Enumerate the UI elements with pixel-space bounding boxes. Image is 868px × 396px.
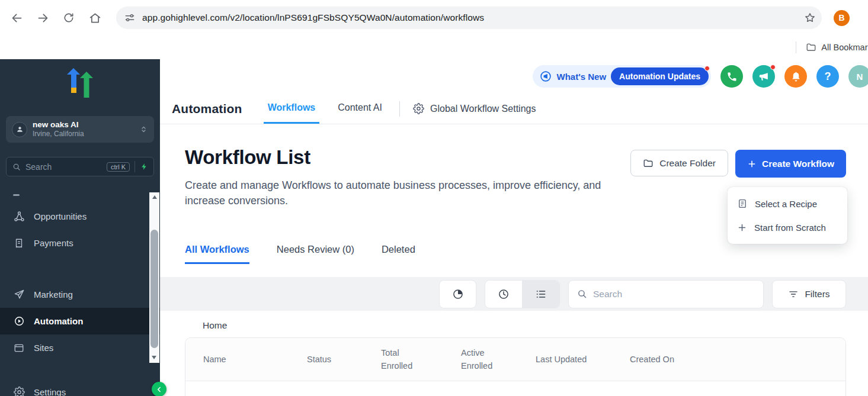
bookmarks-bar: All Bookmarks: [0, 36, 868, 59]
refresh-icon: [63, 12, 75, 24]
scrolled-item-fragment: [13, 194, 20, 196]
url-text[interactable]: app.gohighlevel.com/v2/location/lnPS691g…: [142, 12, 804, 23]
location-switcher[interactable]: new oaks AI Irvine, California: [6, 116, 154, 143]
sidebar-item-sites[interactable]: Sites: [0, 334, 160, 361]
all-bookmarks-label[interactable]: All Bookmarks: [821, 43, 868, 52]
menu-item-label: Select a Recipe: [755, 199, 817, 209]
plus-icon: [737, 223, 747, 233]
workflow-search[interactable]: [568, 280, 764, 308]
notifications-button[interactable]: [784, 65, 807, 88]
create-folder-button[interactable]: Create Folder: [630, 150, 728, 176]
create-workflow-button[interactable]: Create Workflow: [735, 150, 846, 178]
list-icon: [535, 288, 547, 300]
pie-stats-icon: [452, 288, 464, 300]
breadcrumb-home[interactable]: Home: [203, 320, 227, 331]
column-active-enrolled: Active Enrolled: [461, 346, 536, 373]
location-avatar-icon: [12, 122, 27, 137]
site-info-icon[interactable]: [124, 12, 136, 24]
column-status: Status: [307, 353, 381, 366]
create-workflow-menu: Select a Recipe Start from Scratch: [728, 187, 847, 244]
page-title: Workflow List: [185, 146, 603, 169]
sidebar-item-marketing[interactable]: Marketing: [0, 281, 160, 308]
search-icon: [12, 163, 21, 171]
sidebar-collapse-button[interactable]: [152, 382, 166, 396]
workflow-search-input[interactable]: [593, 289, 755, 300]
payments-icon: [13, 238, 25, 249]
sidebar-search-input[interactable]: [25, 162, 107, 172]
bell-icon: [790, 71, 802, 82]
workflow-table: Name Status Total Enrolled Active Enroll…: [185, 337, 846, 396]
home-button[interactable]: [83, 6, 107, 30]
back-button[interactable]: [5, 6, 28, 30]
menu-item-select-recipe[interactable]: Select a Recipe: [728, 192, 847, 215]
bookmark-star-icon[interactable]: [804, 12, 816, 24]
announcements-button[interactable]: [752, 65, 775, 88]
recipe-icon: [737, 198, 748, 209]
tab-content-ai[interactable]: Content AI: [334, 94, 386, 124]
screen: app.gohighlevel.com/v2/location/lnPS691g…: [0, 0, 868, 396]
tab-all-workflows[interactable]: All Workflows: [185, 244, 249, 264]
column-created-on: Created On: [630, 353, 845, 366]
notification-dot: [770, 65, 776, 70]
forward-arrow-icon: [37, 12, 49, 24]
folder-icon: [643, 158, 654, 169]
location-name: new oaks AI: [33, 120, 84, 130]
whats-new-group[interactable]: What's New Automation Updates: [533, 65, 711, 88]
phone-button[interactable]: [720, 65, 743, 88]
tab-content-ai-label: Content AI: [338, 102, 382, 113]
workflow-list-tabs: All Workflows Needs Review (0) Deleted: [185, 244, 415, 264]
sidebar-search[interactable]: ctrl K: [6, 157, 154, 176]
chevron-left-icon: [155, 385, 164, 394]
search-shortcut-badge: ctrl K: [107, 162, 130, 172]
menu-item-start-from-scratch[interactable]: Start from Scratch: [728, 215, 847, 239]
create-workflow-label: Create Workflow: [762, 159, 834, 169]
sidebar-item-label: Marketing: [34, 289, 73, 300]
sidebar-item-label: Payments: [34, 238, 73, 248]
scrollbar-up-arrow[interactable]: [152, 195, 157, 199]
sidebar-item-label: Settings: [34, 387, 66, 396]
sidebar-menu: Opportunities Payments Marketing Automat: [0, 203, 160, 361]
sidebar-item-opportunities[interactable]: Opportunities: [0, 203, 160, 230]
tab-workflows[interactable]: Workflows: [264, 94, 320, 124]
browser-toolbar: app.gohighlevel.com/v2/location/lnPS691g…: [0, 0, 868, 36]
announcement-icon: [539, 70, 552, 83]
execution-stats-button[interactable]: [439, 280, 476, 308]
enrollment-history-button[interactable]: [485, 281, 522, 308]
browser-profile-avatar[interactable]: B: [834, 10, 850, 26]
tab-needs-review[interactable]: Needs Review (0): [277, 244, 354, 264]
address-bar[interactable]: app.gohighlevel.com/v2/location/lnPS691g…: [116, 7, 822, 29]
plus-icon: [747, 159, 757, 169]
menu-item-label: Start from Scratch: [754, 223, 826, 233]
forward-button[interactable]: [31, 6, 55, 30]
scrollbar-thumb[interactable]: [150, 230, 158, 348]
chevron-updown-icon: [139, 125, 148, 134]
bookmarks-divider: [796, 41, 796, 53]
gear-icon: [13, 387, 25, 396]
notification-dot: [704, 66, 710, 71]
tab-deleted[interactable]: Deleted: [382, 244, 415, 264]
sidebar-item-automation[interactable]: Automation: [0, 308, 160, 334]
page-subtitle: Create and manage Workflows to automate …: [185, 178, 603, 208]
back-arrow-icon: [11, 12, 23, 24]
filters-button[interactable]: Filters: [772, 280, 846, 308]
sidebar-item-settings[interactable]: Settings: [0, 379, 160, 396]
quick-actions-bolt-icon[interactable]: [140, 163, 148, 170]
sites-icon: [13, 343, 25, 353]
opportunities-icon: [13, 211, 25, 222]
sidebar-scrollbar[interactable]: [149, 192, 159, 363]
global-workflow-settings-link[interactable]: Global Workflow Settings: [413, 94, 536, 124]
help-button[interactable]: ?: [816, 65, 839, 88]
whats-new-label[interactable]: What's New: [557, 72, 607, 82]
sidebar-item-label: Sites: [34, 343, 53, 353]
refresh-button[interactable]: [57, 6, 81, 30]
automation-updates-label: Automation Updates: [619, 72, 700, 81]
automation-updates-badge[interactable]: Automation Updates: [611, 67, 709, 85]
header-divider: [399, 101, 400, 117]
user-avatar[interactable]: N: [848, 65, 868, 88]
filters-label: Filters: [805, 289, 829, 300]
tab-workflows-label: Workflows: [268, 102, 316, 113]
sidebar-item-payments[interactable]: Payments: [0, 230, 160, 256]
automation-icon: [13, 315, 25, 327]
scrollbar-down-arrow[interactable]: [152, 356, 156, 359]
list-view-button[interactable]: [522, 281, 559, 308]
